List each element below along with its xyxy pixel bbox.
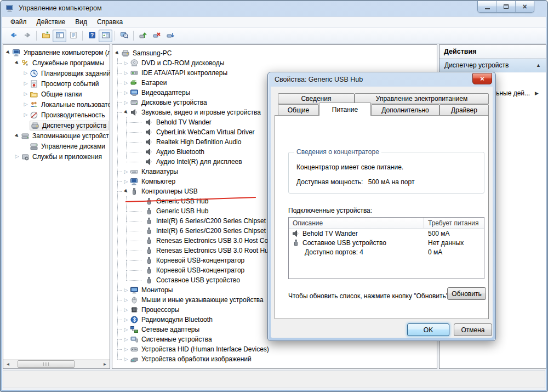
- uninstall-device-button[interactable]: [150, 30, 163, 42]
- expander-collapsed-icon[interactable]: ▷: [122, 179, 130, 184]
- hub-power-status-text: Концентратор имеет свое питание.: [296, 163, 403, 171]
- menu-action[interactable]: Действие: [32, 16, 71, 27]
- forward-button[interactable]: [20, 30, 34, 42]
- tree-item[interactable]: Управление дисками: [3, 141, 110, 151]
- dialog-title: Свойства: Generic USB Hub: [275, 76, 363, 83]
- tab-advanced[interactable]: Дополнительно: [371, 104, 439, 116]
- menubar: ФайлДействиеВидСправка: [2, 16, 546, 28]
- tree-item[interactable]: ▷Планировщик заданий: [3, 68, 110, 78]
- usb-icon: [145, 226, 155, 235]
- tree-item-label: Диспетчер устройств: [41, 121, 108, 130]
- expander-collapsed-icon[interactable]: ▷: [122, 308, 130, 313]
- expander-expanded-icon[interactable]: ▶: [13, 132, 21, 140]
- expander-collapsed-icon[interactable]: ▷: [122, 90, 130, 95]
- tree-item[interactable]: ▷Общие папки: [3, 89, 110, 99]
- tree-connector: [126, 162, 141, 162]
- expander-collapsed-icon[interactable]: ▷: [122, 169, 130, 174]
- device-description: Доступно портов: 4: [305, 248, 363, 256]
- expander-expanded-icon[interactable]: ▶: [4, 48, 13, 57]
- tree-item[interactable]: ▷Устройства обработки изображений: [112, 354, 437, 364]
- tree-connector: [126, 152, 141, 152]
- dialog-close-button[interactable]: ×: [472, 73, 492, 84]
- expander-collapsed-icon[interactable]: ▷: [22, 81, 30, 86]
- expander-collapsed-icon[interactable]: ▷: [122, 100, 130, 105]
- scan-button[interactable]: [117, 30, 131, 42]
- menu-help[interactable]: Справка: [92, 16, 128, 27]
- maximize-button[interactable]: [496, 1, 515, 12]
- up-folder-button[interactable]: [39, 30, 53, 42]
- tab-driver[interactable]: Драйвер: [439, 104, 489, 116]
- scroll-right-icon[interactable]: ►: [100, 360, 110, 368]
- horizontal-scrollbar[interactable]: ◄ ►: [3, 359, 110, 368]
- expander-collapsed-icon[interactable]: ▷: [22, 102, 30, 107]
- tree-item-label: Службы и приложения: [31, 152, 104, 161]
- update-driver-button[interactable]: [136, 30, 150, 42]
- ok-button[interactable]: OK: [407, 323, 449, 336]
- expander-expanded-icon[interactable]: ▶: [13, 59, 21, 67]
- expander-collapsed-icon[interactable]: ▷: [13, 154, 21, 159]
- expander-collapsed-icon[interactable]: ▷: [22, 112, 30, 117]
- expander-collapsed-icon[interactable]: ▷: [22, 92, 30, 96]
- expander-collapsed-icon[interactable]: ▷: [122, 337, 130, 342]
- tab-power-management[interactable]: Управление электропитанием: [355, 93, 489, 104]
- tree-item[interactable]: ▷Службы и приложения: [3, 151, 110, 162]
- tree-item[interactable]: ▷Производительность: [3, 110, 110, 120]
- expander-collapsed-icon[interactable]: ▷: [122, 288, 130, 293]
- menu-file[interactable]: Файл: [5, 16, 32, 27]
- chevron-up-icon[interactable]: ▲: [536, 63, 541, 68]
- tree-item[interactable]: ▶Запоминающие устройст: [3, 130, 110, 141]
- tree-item-label: Renesas Electronics USB 3.0 Root Hub: [155, 246, 273, 255]
- display-adapter-icon: [130, 88, 140, 97]
- table-row[interactable]: Составное USB устройствоНет данных: [289, 238, 484, 247]
- tree-item[interactable]: ▶Служебные программы: [3, 58, 110, 68]
- tree-item[interactable]: ▷Локальные пользовате: [3, 99, 110, 110]
- tree-item[interactable]: Диспетчер устройств: [3, 120, 110, 130]
- expander-collapsed-icon[interactable]: ▷: [122, 347, 130, 352]
- connected-devices-table[interactable]: Описание Требует питания Behold TV Wande…: [288, 217, 484, 279]
- console-tree-toggle-button[interactable]: [53, 30, 66, 42]
- tab-power[interactable]: Питание: [319, 103, 371, 116]
- tree-item[interactable]: ▷DVD и CD-ROM дисководы: [112, 58, 437, 68]
- scrollbar-thumb[interactable]: [18, 360, 75, 368]
- tab-general[interactable]: Общие: [278, 104, 319, 116]
- expander-collapsed-icon[interactable]: ▷: [22, 71, 30, 76]
- table-row[interactable]: Доступно портов: 40 мА: [289, 247, 484, 257]
- action-pane-toggle-button[interactable]: [99, 30, 112, 42]
- minimize-button[interactable]: [478, 1, 496, 12]
- scan-hardware-button[interactable]: [163, 30, 177, 42]
- expander-collapsed-icon[interactable]: ▷: [122, 81, 130, 86]
- column-header-description[interactable]: Описание: [289, 218, 424, 228]
- refresh-button[interactable]: Обновить: [447, 287, 486, 300]
- expander-collapsed-icon[interactable]: ▷: [122, 61, 130, 66]
- tools-icon: [21, 59, 31, 67]
- groupbox-legend: Сведения о концентраторе: [294, 148, 381, 156]
- cancel-button[interactable]: Отмена: [454, 323, 492, 336]
- expander-collapsed-icon[interactable]: ▷: [122, 327, 130, 332]
- back-button[interactable]: [7, 30, 20, 42]
- actions-group-device-manager[interactable]: Диспетчер устройств ▲: [439, 59, 546, 72]
- tree-item[interactable]: ▷Устройства HID (Human Interface Devices…: [112, 344, 437, 354]
- expander-expanded-icon[interactable]: ▶: [113, 49, 122, 58]
- expander-collapsed-icon[interactable]: ▷: [122, 317, 130, 322]
- storage-icon: [21, 132, 31, 140]
- tree-item[interactable]: ▷Просмотр событий: [3, 78, 110, 89]
- forward-arrow-icon: [23, 31, 32, 41]
- close-button[interactable]: ×: [515, 1, 534, 12]
- expander-collapsed-icon[interactable]: ▷: [122, 357, 130, 362]
- help-button[interactable]: ?: [85, 30, 99, 42]
- menu-view[interactable]: Вид: [70, 16, 92, 27]
- scroll-left-icon[interactable]: ◄: [3, 360, 13, 368]
- table-row[interactable]: Behold TV Wander500 мА: [289, 229, 484, 238]
- expander-expanded-icon[interactable]: ▶: [122, 187, 130, 196]
- table-cell-power: Нет данных: [424, 239, 484, 247]
- column-header-power[interactable]: Требует питания: [424, 218, 484, 228]
- expander-collapsed-icon[interactable]: ▷: [122, 298, 130, 303]
- expander-collapsed-icon[interactable]: ▷: [122, 71, 130, 76]
- expander-expanded-icon[interactable]: ▶: [122, 108, 130, 117]
- tree-item[interactable]: ▶Управление компьютером (л: [3, 47, 110, 58]
- export-list-button[interactable]: [66, 30, 80, 42]
- tree-connector: [126, 260, 141, 261]
- tree-item[interactable]: ▶Samsung-PC: [112, 48, 437, 58]
- titlebar[interactable]: Управление компьютером: [1, 1, 547, 16]
- device-description: Составное USB устройство: [302, 239, 386, 247]
